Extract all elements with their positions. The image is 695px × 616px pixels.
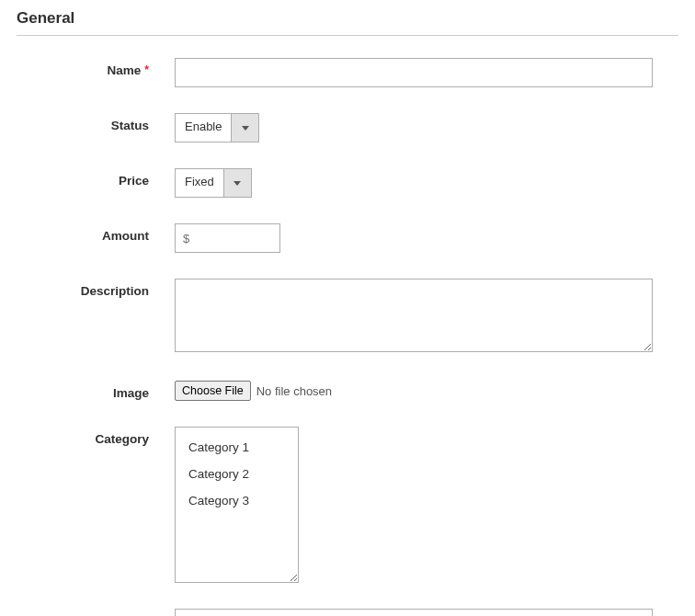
price-select-button[interactable] xyxy=(223,169,251,197)
chevron-down-icon xyxy=(234,181,241,186)
category-multiselect[interactable]: Category 1 Category 2 Category 3 xyxy=(175,427,299,583)
category-option[interactable]: Category 1 xyxy=(176,437,298,458)
sort-order-input[interactable] xyxy=(175,609,653,616)
status-select[interactable]: Enable xyxy=(175,113,259,143)
price-select[interactable]: Fixed xyxy=(175,168,252,198)
section-title: General xyxy=(17,9,678,36)
amount-label: Amount xyxy=(17,223,175,243)
choose-file-button[interactable]: Choose File xyxy=(175,381,251,401)
description-label: Description xyxy=(17,279,175,298)
file-status-text: No file chosen xyxy=(256,384,332,398)
image-label: Image xyxy=(17,381,175,400)
form-row-category: Category Category 1 Category 2 Category … xyxy=(17,427,678,583)
form-row-name: Name* xyxy=(17,58,678,87)
form-row-sort-order: Sort Order xyxy=(17,609,678,616)
form-row-price: Price Fixed xyxy=(17,168,678,198)
chevron-down-icon xyxy=(242,126,249,131)
category-option[interactable]: Category 2 xyxy=(176,463,298,485)
status-select-value: Enable xyxy=(176,114,231,142)
name-input[interactable] xyxy=(175,58,653,87)
sort-order-label: Sort Order xyxy=(17,609,175,616)
required-mark-icon: * xyxy=(144,63,149,76)
form-row-status: Status Enable xyxy=(17,113,678,143)
form-row-amount: Amount xyxy=(17,223,678,253)
category-label: Category xyxy=(17,427,175,446)
price-label: Price xyxy=(17,168,175,188)
form-row-image: Image Choose File No file chosen xyxy=(17,381,678,401)
status-select-button[interactable] xyxy=(231,114,258,142)
form-row-description: Description xyxy=(17,279,678,355)
description-textarea[interactable] xyxy=(175,279,653,352)
name-label: Name* xyxy=(17,58,175,77)
price-select-value: Fixed xyxy=(176,169,223,197)
category-option[interactable]: Category 3 xyxy=(176,490,298,511)
status-label: Status xyxy=(17,113,175,132)
amount-input[interactable] xyxy=(175,223,280,253)
